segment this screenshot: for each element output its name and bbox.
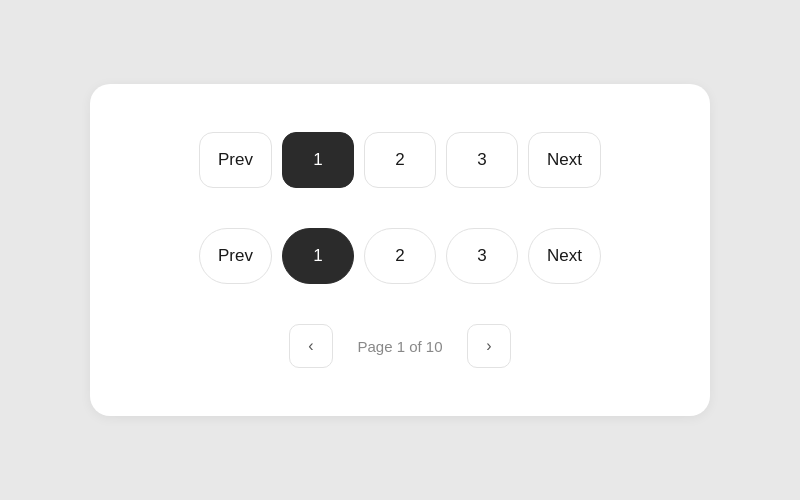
pagination-row-square: Prev 1 2 3 Next — [199, 132, 601, 188]
prev-button-sq[interactable]: Prev — [199, 132, 272, 188]
page-label: Page 1 of 10 — [345, 338, 455, 355]
page-prev-button[interactable]: ‹ — [289, 324, 333, 368]
page-indicator-row: ‹ Page 1 of 10 › — [289, 324, 511, 368]
pagination-row-pill: Prev 1 2 3 Next — [199, 228, 601, 284]
pagination-card: Prev 1 2 3 Next Prev 1 2 3 Next ‹ Page 1… — [90, 84, 710, 416]
page-button-pill-3[interactable]: 3 — [446, 228, 518, 284]
page-next-button[interactable]: › — [467, 324, 511, 368]
page-button-sq-2[interactable]: 2 — [364, 132, 436, 188]
page-button-sq-1[interactable]: 1 — [282, 132, 354, 188]
page-button-pill-1[interactable]: 1 — [282, 228, 354, 284]
prev-button-pill[interactable]: Prev — [199, 228, 272, 284]
page-button-pill-2[interactable]: 2 — [364, 228, 436, 284]
next-button-sq[interactable]: Next — [528, 132, 601, 188]
page-button-sq-3[interactable]: 3 — [446, 132, 518, 188]
next-button-pill[interactable]: Next — [528, 228, 601, 284]
